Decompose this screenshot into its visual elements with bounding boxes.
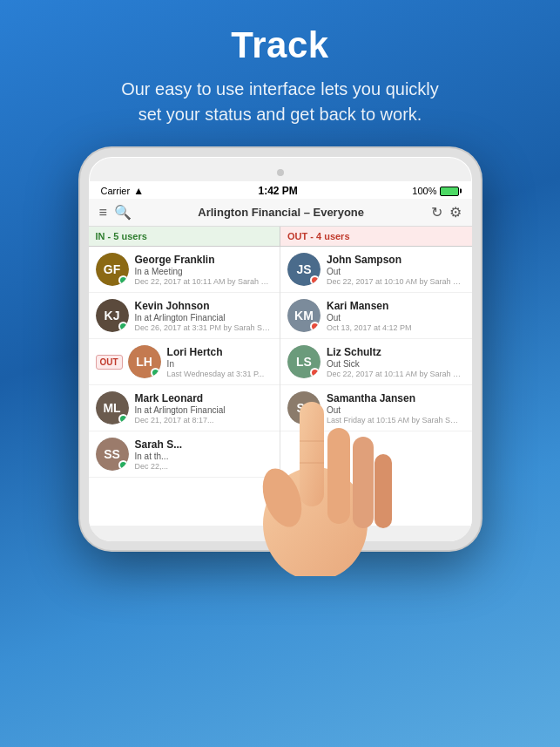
out-user-row[interactable]: SJ Samantha Jansen Out Last Friday at 10… [280,385,472,431]
user-name: Kevin Johnson [135,300,273,312]
battery-label: 100% [412,186,436,196]
status-dot [310,275,320,285]
user-time: Dec 22, 2017 at 10:11 AM by Sarah Smith [327,370,465,378]
user-name: Kari Mansen [327,300,465,312]
user-status: In at Arlington Financial [135,313,273,323]
user-info: John Sampson Out Dec 22, 2017 at 10:10 A… [327,254,465,286]
user-time: Oct 13, 2017 at 4:12 PM [327,323,465,332]
user-info: Samantha Jansen Out Last Friday at 10:15… [327,392,465,424]
carrier-label: Carrier [101,186,131,196]
search-icon[interactable]: 🔍 [114,204,132,221]
tablet-camera [277,169,284,176]
out-badge: OUT [96,355,123,370]
out-user-row[interactable]: LS Liz Schultz Out Sick Dec 22, 2017 at … [280,339,472,385]
user-info: Mark Leonard In at Arlington Financial D… [135,392,273,424]
user-name: Sarah S... [135,438,273,451]
avatar: LS [287,345,320,378]
refresh-icon[interactable]: ↻ [431,204,442,221]
nav-right: ↻ ⚙ [431,204,462,221]
user-time: Dec 22, 2017 at 10:11 AM by Sarah Smith [135,277,273,286]
nav-title: Arlington Financial – Everyone [132,206,431,219]
status-left: Carrier ▲ [101,185,145,197]
user-name: Lori Hertch [167,346,273,358]
avatar: LH [128,345,161,378]
user-time: Last Friday at 10:15 AM by Sarah Smith [327,416,465,424]
user-info: Liz Schultz Out Sick Dec 22, 2017 at 10:… [327,346,465,378]
out-user-row[interactable]: JS John Sampson Out Dec 22, 2017 at 10:1… [280,247,472,293]
in-user-row[interactable]: GF George Franklin In a Meeting Dec 22, … [89,247,280,293]
user-status: In a Meeting [135,267,273,276]
user-status: Out [327,405,465,415]
tab-out[interactable]: OUT - 4 users [280,227,472,247]
avatar: KM [287,299,320,332]
user-info: Sarah S... In at th... Dec 22,... [135,438,273,471]
user-name: George Franklin [135,254,273,266]
user-status: In at th... [135,452,273,461]
out-column: JS John Sampson Out Dec 22, 2017 at 10:1… [280,247,472,526]
user-info: Kari Mansen Out Oct 13, 2017 at 4:12 PM [327,300,465,332]
user-time: Dec 22,... [135,462,273,471]
filter-icon[interactable]: ≡ [99,205,107,221]
status-dot [118,322,128,331]
tablet-device: Carrier ▲ 1:42 PM 100% ≡ 🔍 Arlington Fin… [80,148,481,550]
avatar: SJ [287,391,320,424]
in-user-row[interactable]: ML Mark Leonard In at Arlington Financia… [89,385,280,431]
user-time: Last Wednesday at 3:31 P... [167,370,273,378]
nav-left: ≡ 🔍 [99,204,132,221]
status-time: 1:42 PM [259,185,298,197]
user-name: Liz Schultz [327,346,465,358]
user-name: John Sampson [327,254,465,266]
user-info: Kevin Johnson In at Arlington Financial … [135,300,273,332]
out-user-row[interactable]: KM Kari Mansen Out Oct 13, 2017 at 4:12 … [280,293,472,339]
user-status: Out [327,267,465,276]
tablet-shell: Carrier ▲ 1:42 PM 100% ≡ 🔍 Arlington Fin… [80,148,481,550]
status-right: 100% [412,186,459,196]
avatar: ML [96,391,129,424]
user-info: George Franklin In a Meeting Dec 22, 201… [135,254,273,286]
user-time: Dec 26, 2017 at 3:31 PM by Sarah Smith [135,323,273,332]
user-status: In at Arlington Financial [135,405,273,415]
in-column: GF George Franklin In a Meeting Dec 22, … [89,247,281,526]
status-dot [118,414,128,424]
tab-in[interactable]: IN - 5 users [89,227,281,247]
user-time: Dec 22, 2017 at 10:10 AM by Sarah Smith [327,277,465,286]
page-title: Track [115,24,446,66]
user-name: Samantha Jansen [327,392,465,404]
battery-icon [440,187,459,196]
status-dot [118,275,128,285]
tab-headers: IN - 5 users OUT - 4 users [89,227,472,247]
status-dot [310,368,320,377]
user-info: Lori Hertch In Last Wednesday at 3:31 P.… [167,346,273,378]
user-status: Out Sick [327,359,465,369]
status-bar: Carrier ▲ 1:42 PM 100% [89,181,472,199]
tablet-screen: Carrier ▲ 1:42 PM 100% ≡ 🔍 Arlington Fin… [89,181,472,526]
page-subtitle: Our easy to use interface lets you quick… [115,77,446,127]
user-status: Out [327,313,465,323]
status-dot [310,414,320,424]
status-dot [118,460,128,470]
user-columns: GF George Franklin In a Meeting Dec 22, … [89,247,472,526]
user-status: In [167,359,273,369]
tablet-home-area [89,526,472,541]
in-user-row[interactable]: SS Sarah S... In at th... Dec 22,... [89,431,280,478]
avatar: KJ [96,299,129,332]
user-time: Dec 21, 2017 at 8:17... [135,416,273,424]
in-user-row[interactable]: OUT LH Lori Hertch In Last Wednesday at … [89,339,280,385]
status-dot [151,368,160,377]
avatar: JS [287,253,320,286]
settings-icon[interactable]: ⚙ [449,204,462,221]
app-nav-bar: ≡ 🔍 Arlington Financial – Everyone ↻ ⚙ [89,199,472,227]
status-dot [310,322,320,331]
avatar: SS [96,438,129,471]
user-name: Mark Leonard [135,392,273,404]
wifi-icon: ▲ [133,185,144,197]
header-section: Track Our easy to use interface lets you… [115,0,446,139]
avatar: GF [96,253,129,286]
in-user-row[interactable]: KJ Kevin Johnson In at Arlington Financi… [89,293,280,339]
